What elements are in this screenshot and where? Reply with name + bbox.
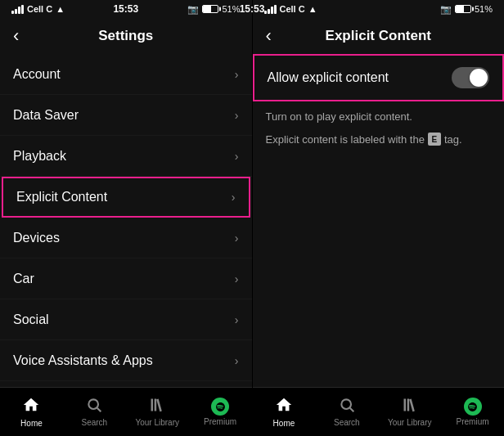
chevron-icon: › [235, 354, 239, 367]
tab-premium[interactable]: Premium [441, 398, 504, 426]
settings-item-label: Account [13, 67, 61, 82]
svg-point-0 [89, 399, 99, 409]
explicit-content-row: Allow explicit content [253, 54, 505, 101]
search-icon [339, 397, 355, 416]
chevron-icon: › [235, 231, 239, 245]
nav-header-right: ‹ Explicit Content [253, 18, 505, 54]
back-button-left[interactable]: ‹ [13, 27, 19, 45]
home-icon [22, 396, 40, 417]
explicit-toggle-label: Allow explicit content [268, 70, 389, 85]
camera-icon: 📷 [187, 4, 199, 15]
settings-item-label: Devices [13, 231, 60, 245]
chevron-icon: › [235, 150, 239, 163]
chevron-icon: › [235, 68, 239, 81]
chevron-icon: › [232, 191, 236, 204]
carrier-label: Cell C [27, 4, 52, 14]
settings-item-label: Voice Assistants & Apps [13, 353, 153, 368]
battery-label: 51% [222, 4, 240, 14]
svg-rect-6 [403, 399, 406, 411]
settings-item[interactable]: Devices› [0, 218, 252, 258]
tab-your-library[interactable]: Your Library [378, 397, 441, 427]
status-right: 📷 51% [187, 4, 240, 15]
tab-label: Premium [457, 417, 489, 426]
back-button-right[interactable]: ‹ [266, 27, 272, 45]
status-bar-left: Cell C ▲ 15:53 📷 51% [0, 0, 252, 18]
tab-premium[interactable]: Premium [189, 398, 252, 426]
explicit-desc-2: Explicit content is labeled with the E t… [253, 129, 505, 152]
status-right-r: 📷 51% [440, 4, 493, 15]
explicit-prefix: Explicit content is labeled with the [266, 133, 425, 146]
nav-header-left: ‹ Settings [0, 18, 252, 54]
toggle-knob [470, 69, 488, 87]
right-panel: Cell C ▲ 15:53 📷 51% ‹ Explicit Content … [253, 0, 505, 436]
svg-rect-7 [407, 399, 409, 411]
carrier-label-r: Cell C [280, 4, 305, 14]
tab-bar-right: HomeSearchYour LibraryPremium [253, 387, 505, 436]
chevron-icon: › [235, 272, 239, 285]
premium-icon [464, 398, 482, 416]
signal-icon [11, 5, 24, 14]
explicit-toggle[interactable] [452, 67, 489, 88]
tab-search[interactable]: Search [315, 397, 378, 427]
chevron-icon: › [235, 109, 239, 122]
settings-item[interactable]: Audio Quality› [0, 381, 252, 387]
tab-label: Your Library [388, 418, 432, 427]
tab-label: Search [81, 418, 107, 427]
tab-search[interactable]: Search [63, 397, 126, 427]
tab-bar-left: HomeSearchYour LibraryPremium [0, 387, 252, 436]
wifi-icon: ▲ [56, 4, 65, 14]
e-badge: E [428, 133, 441, 146]
settings-item[interactable]: Social› [0, 299, 252, 340]
status-bar-right: Cell C ▲ 15:53 📷 51% [253, 0, 505, 18]
time-left: 15:53 [113, 3, 138, 15]
settings-item-label: Playback [13, 149, 66, 164]
settings-item-label: Car [13, 272, 34, 286]
tab-label: Home [20, 419, 43, 428]
settings-item-label: Social [13, 312, 49, 327]
svg-line-5 [350, 408, 354, 412]
battery-icon [202, 5, 218, 13]
svg-rect-3 [155, 399, 157, 411]
chevron-icon: › [235, 313, 239, 326]
signal-icon-r [264, 5, 277, 14]
wifi-icon-r: ▲ [308, 4, 317, 14]
tab-label: Premium [204, 417, 236, 426]
home-icon [275, 396, 293, 417]
camera-icon-r: 📷 [440, 4, 452, 15]
left-panel: Cell C ▲ 15:53 📷 51% ‹ Settings Account›… [0, 0, 252, 436]
settings-list: Account›Data Saver›Playback›Explicit Con… [0, 54, 252, 387]
tab-label: Search [334, 418, 360, 427]
explicit-desc-1: Turn on to play explicit content. [253, 101, 505, 129]
battery-label-r: 51% [475, 4, 493, 14]
settings-item-label: Explicit Content [16, 190, 107, 205]
settings-item[interactable]: Explicit Content› [2, 177, 250, 218]
settings-item[interactable]: Account› [0, 54, 252, 95]
tab-home[interactable]: Home [253, 396, 316, 428]
library-icon [149, 397, 165, 416]
status-left: Cell C ▲ [11, 4, 65, 14]
tab-label: Your Library [135, 418, 179, 427]
svg-line-1 [97, 408, 101, 412]
time-right: 15:53 [240, 3, 265, 15]
settings-item[interactable]: Playback› [0, 136, 252, 177]
settings-item[interactable]: Voice Assistants & Apps› [0, 340, 252, 381]
settings-item-label: Data Saver [13, 108, 79, 123]
settings-item[interactable]: Car› [0, 258, 252, 299]
tab-home[interactable]: Home [0, 396, 63, 428]
tab-label: Home [273, 419, 295, 428]
svg-rect-2 [151, 399, 154, 411]
settings-item[interactable]: Data Saver› [0, 95, 252, 136]
premium-icon [211, 398, 229, 416]
library-icon [402, 397, 418, 416]
page-title-right: Explicit Content [326, 28, 431, 44]
search-icon [86, 397, 102, 416]
svg-point-4 [341, 399, 351, 409]
battery-icon-r [455, 5, 471, 13]
page-title-left: Settings [98, 28, 153, 44]
status-left-r: Cell C ▲ [264, 4, 317, 14]
explicit-suffix: tag. [444, 133, 462, 146]
tab-your-library[interactable]: Your Library [126, 397, 189, 427]
